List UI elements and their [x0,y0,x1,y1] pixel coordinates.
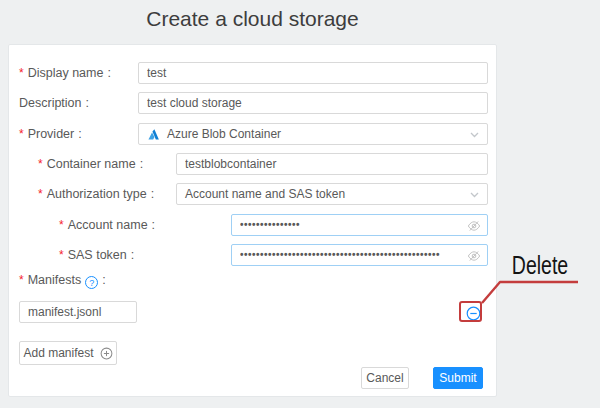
sas-token-label: *SAS token: [59,244,134,266]
description-label: Description: [19,92,89,114]
provider-label: *Provider: [19,123,82,145]
azure-icon [147,128,160,141]
chevron-down-icon [470,132,479,138]
display-name-input[interactable] [138,62,488,84]
create-cloud-storage-page: Create a cloud storage *Display name: De… [0,0,600,408]
description-input[interactable] [138,92,488,114]
provider-row: *Provider: Azure Blob Container [9,123,498,145]
account-name-row: *Account name: ••••••••••••••• [9,214,498,236]
manifests-label-row: *Manifests?: [9,269,498,291]
authorization-type-select[interactable]: Account name and SAS token [176,183,488,205]
eye-invisible-icon[interactable] [467,219,481,233]
authorization-type-label: *Authorization type: [38,183,154,205]
add-manifest-label: Add manifest [23,346,93,360]
help-icon[interactable]: ? [85,276,98,289]
plus-circle-icon [100,347,113,360]
sas-token-row: *SAS token: ••••••••••••••••••••••••••••… [9,244,498,266]
account-name-input[interactable]: ••••••••••••••• [231,214,488,236]
submit-button[interactable]: Submit [433,367,483,389]
cancel-button[interactable]: Cancel [361,367,409,389]
required-asterisk: * [19,66,24,80]
manifest-item-input[interactable] [19,301,137,323]
display-name-label: *Display name: [19,62,111,84]
masked-password-value: ••••••••••••••••••••••••••••••••••••••••… [240,244,440,266]
required-asterisk: * [59,218,64,232]
required-asterisk: * [19,127,24,141]
provider-select[interactable]: Azure Blob Container [138,123,488,145]
masked-password-value: ••••••••••••••• [240,214,300,236]
container-name-input[interactable] [176,153,488,175]
add-manifest-button[interactable]: Add manifest [19,341,117,365]
authorization-type-row: *Authorization type: Account name and SA… [9,183,498,205]
required-asterisk: * [59,248,64,262]
required-asterisk: * [19,273,24,287]
description-row: Description: [9,92,498,114]
required-asterisk: * [38,187,43,201]
provider-value: Azure Blob Container [167,127,281,141]
page-title: Create a cloud storage [8,7,497,31]
annotation-delete-label: Delete [507,250,573,280]
authorization-type-value: Account name and SAS token [185,187,345,201]
chevron-down-icon [470,192,479,198]
container-name-row: *Container name: [9,153,498,175]
display-name-row: *Display name: [9,62,498,84]
form-panel: *Display name: Description: *Provider: A… [8,44,497,397]
manifests-label: *Manifests?: [19,269,106,291]
required-asterisk: * [38,157,43,171]
account-name-label: *Account name: [59,214,155,236]
container-name-label: *Container name: [38,153,143,175]
